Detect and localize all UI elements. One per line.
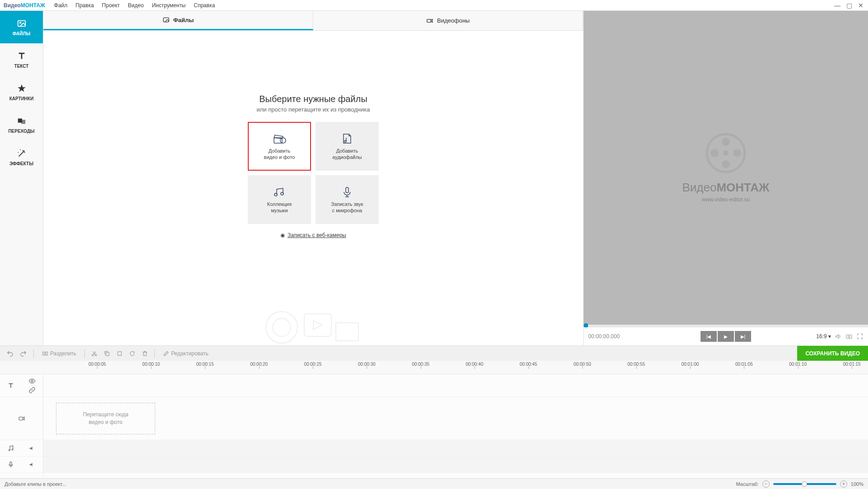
track-heads	[0, 374, 43, 478]
svg-point-19	[733, 149, 741, 157]
fullscreen-icon[interactable]	[856, 333, 863, 340]
card-music-collection[interactable]: Коллекциямузыки	[248, 175, 311, 224]
svg-rect-24	[46, 352, 47, 355]
menu-tools[interactable]: Инструменты	[152, 2, 186, 9]
webcam-link[interactable]: ◉ Записать с веб-камеры	[280, 232, 346, 238]
svg-point-20	[723, 150, 729, 156]
sidebar-label-transitions: ПЕРЕХОДЫ	[8, 129, 34, 134]
svg-point-1	[19, 22, 21, 23]
lane-mic[interactable]	[43, 456, 868, 473]
eye-icon[interactable]	[28, 377, 36, 385]
sidebar-tab-pictures[interactable]: КАРТИНКИ	[0, 76, 43, 108]
preview-time: 00:00:00.000	[588, 333, 620, 340]
main-area: ФАЙЛЫ ТЕКСТ КАРТИНКИ ПЕРЕХОДЫ ЭФФЕКТЫ Фа…	[0, 11, 868, 345]
import-cards: Добавитьвидео и фото Добавитьаудиофайлы …	[248, 122, 379, 224]
link-icon[interactable]	[28, 387, 36, 394]
microphone-icon	[340, 186, 354, 198]
delete-button[interactable]	[140, 349, 150, 359]
close-button[interactable]: ✕	[857, 2, 864, 9]
tab-files[interactable]: Файлы	[43, 11, 313, 30]
track-head-audio[interactable]	[0, 440, 43, 456]
svg-point-12	[266, 312, 297, 343]
sidebar-tab-effects[interactable]: ЭФФЕКТЫ	[0, 141, 43, 173]
svg-point-31	[9, 449, 10, 451]
volume-icon[interactable]	[835, 333, 842, 340]
sidebar-label-pictures: КАРТИНКИ	[9, 96, 34, 101]
track-lanes: Перетащите сюдавидео и фото	[43, 374, 868, 478]
camera-icon	[426, 17, 433, 24]
speaker-icon[interactable]	[28, 445, 36, 452]
rotate-button[interactable]	[127, 349, 137, 359]
svg-rect-30	[19, 417, 23, 420]
menu-project[interactable]: Проект	[102, 2, 120, 9]
zoom-slider[interactable]	[773, 483, 836, 485]
svg-rect-28	[118, 351, 121, 355]
text-icon	[7, 382, 14, 389]
menu-edit[interactable]: Правка	[75, 2, 94, 9]
menu-file[interactable]: Файл	[54, 2, 68, 9]
undo-button[interactable]	[5, 348, 15, 359]
menu-video[interactable]: Видео	[128, 2, 144, 9]
edit-button[interactable]: Редактировать	[159, 349, 212, 359]
play-button[interactable]: ▶	[718, 331, 734, 342]
track-head-text[interactable]	[0, 374, 43, 397]
svg-rect-5	[427, 19, 431, 22]
webcam-icon: ◉	[280, 232, 285, 238]
card-record-mic[interactable]: Записать звукс микрофона	[316, 175, 379, 224]
next-frame-button[interactable]: ▶|	[735, 331, 751, 342]
track-head-mic[interactable]	[0, 456, 43, 473]
preview-panel: ВидеоМОНТАЖ www.video-editor.su 00:00:00…	[584, 11, 868, 345]
cut-button[interactable]	[89, 349, 99, 359]
minimize-button[interactable]: —	[834, 2, 841, 9]
split-button[interactable]: Разделить	[38, 349, 80, 359]
svg-point-18	[710, 149, 719, 157]
card-add-audio[interactable]: Добавитьаудиофайлы	[316, 122, 379, 171]
clapperboard-icon	[272, 132, 287, 145]
lane-text[interactable]	[43, 374, 868, 397]
svg-rect-21	[846, 335, 852, 339]
zoom-out-button[interactable]: −	[762, 480, 770, 488]
track-head-video[interactable]	[0, 397, 43, 440]
svg-point-32	[12, 449, 13, 450]
preview-controls: 00:00:00.000 |◀ ▶ ▶| 16:9 ▾	[584, 327, 868, 345]
menu-bar: Файл Правка Проект Видео Инструменты Спр…	[54, 2, 215, 9]
logo-part2: МОНТАЖ	[21, 2, 45, 9]
aspect-ratio-selector[interactable]: 16:9 ▾	[816, 333, 831, 340]
zoom-controls: Масштаб: − + 100%	[736, 480, 863, 488]
snapshot-icon[interactable]	[845, 333, 853, 340]
maximize-button[interactable]: ▢	[845, 2, 853, 9]
timeline-tracks: Перетащите сюдавидео и фото	[0, 374, 868, 478]
timeline-ruler[interactable]: 00:00:0500:00:1000:00:1500:00:2000:00:25…	[0, 361, 868, 374]
sidebar-tab-files[interactable]: ФАЙЛЫ	[0, 11, 43, 43]
crop-button[interactable]	[115, 349, 125, 359]
svg-point-17	[722, 160, 730, 168]
zoom-slider-handle[interactable]	[802, 481, 807, 487]
statusbar: Добавьте клипы в проект... Масштаб: − + …	[0, 478, 868, 489]
card-add-video-photo[interactable]: Добавитьвидео и фото	[248, 122, 311, 171]
svg-rect-14	[304, 314, 331, 336]
star-icon	[17, 84, 27, 93]
zoom-in-button[interactable]: +	[840, 480, 847, 488]
svg-rect-11	[346, 187, 348, 193]
svg-point-22	[848, 336, 850, 338]
video-dropzone[interactable]: Перетащите сюдавидео и фото	[56, 403, 155, 434]
tab-video-backgrounds-label: Видеофоны	[437, 17, 469, 24]
prev-frame-button[interactable]: |◀	[701, 331, 717, 342]
save-video-button[interactable]: СОХРАНИТЬ ВИДЕО	[797, 346, 868, 361]
copy-button[interactable]	[102, 349, 112, 359]
lane-video[interactable]: Перетащите сюдавидео и фото	[43, 397, 868, 440]
redo-button[interactable]	[18, 348, 29, 359]
microphone-icon	[7, 461, 14, 468]
sidebar-tab-transitions[interactable]: ПЕРЕХОДЫ	[0, 108, 43, 141]
text-icon	[17, 51, 27, 61]
speaker-icon[interactable]	[28, 461, 36, 468]
sidebar-tab-text[interactable]: ТЕКСТ	[0, 43, 43, 76]
background-decoration	[255, 296, 372, 345]
video-camera-icon	[18, 415, 25, 422]
tab-video-backgrounds[interactable]: Видеофоны	[313, 11, 583, 30]
lane-audio[interactable]	[43, 440, 868, 456]
svg-rect-3	[21, 120, 25, 124]
menu-help[interactable]: Справка	[194, 2, 215, 9]
preview-url: www.video-editor.su	[702, 196, 750, 203]
status-hint: Добавьте клипы в проект...	[5, 481, 66, 487]
